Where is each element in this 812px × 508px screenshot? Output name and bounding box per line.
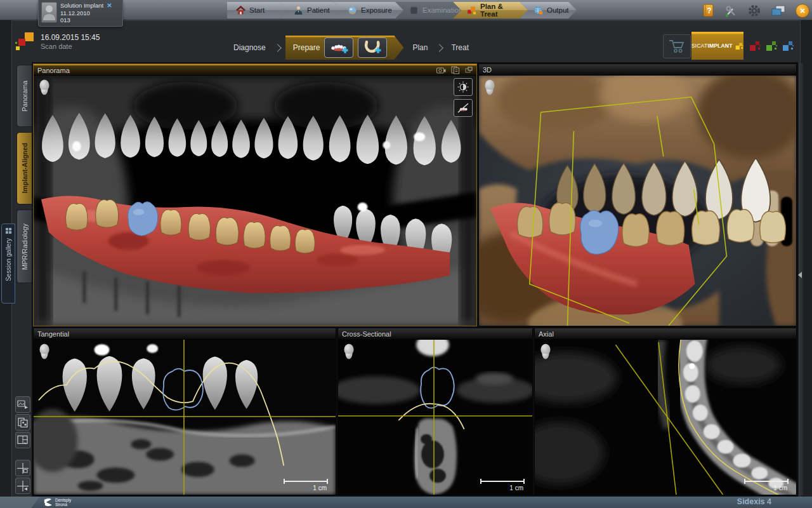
close-icon[interactable]: ✕ [796, 4, 809, 18]
sicat-logo [15, 30, 38, 55]
patient-name: Solution Implant [60, 2, 103, 10]
teeth-plus-icon [329, 40, 349, 55]
step-diagnose[interactable]: Diagnose [227, 43, 272, 52]
scale-label: 1 cm [509, 485, 523, 491]
phase-navigation: Start Patient Exposure Examination Plan … [227, 2, 577, 18]
center-crosshair-button[interactable] [15, 460, 30, 476]
phase-tab-start[interactable]: Start [227, 2, 288, 18]
settings-gear-icon[interactable] [747, 4, 761, 18]
phase-tab-output[interactable]: Output [520, 2, 577, 18]
product-name: Sidexis 4 [737, 497, 771, 506]
help-icon[interactable]: ? [703, 4, 714, 18]
workflow-steps: Diagnose Prepare Plan Treat [227, 36, 475, 60]
scale-bar [284, 481, 328, 482]
axial-view-header[interactable]: Axial [535, 328, 796, 340]
sicat-product-label: IMPLANT [707, 43, 732, 49]
sicat-implant-button[interactable]: SICATIMPLANT [691, 32, 743, 60]
jaw-plus-icon [362, 40, 383, 55]
brightness-icon [457, 81, 469, 93]
snapshot-icon[interactable] [436, 67, 446, 74]
sidebar-tab-mpr-radiology[interactable]: MPR/Radiology [16, 210, 32, 283]
layout-grid-button[interactable] [15, 432, 30, 448]
cross-sectional-view: Cross-Sectional 1 cm [337, 328, 533, 495]
output-icon [534, 6, 543, 15]
tools-icon[interactable] [724, 4, 738, 18]
statusbar-wedge [0, 497, 39, 508]
copy-view-button[interactable] [15, 414, 30, 431]
scan-datetime: 16.09.2015 15:45 [41, 33, 100, 42]
collapse-panel-arrow-icon[interactable] [798, 272, 802, 278]
3d-view-header[interactable]: 3D [479, 64, 796, 76]
tangential-view-title: Tangential [37, 330, 69, 338]
cross-sectional-image[interactable]: 1 cm [338, 340, 532, 495]
head-orientation-icon[interactable] [483, 79, 496, 96]
sidebar-tab-panorama[interactable]: Panorama [16, 65, 32, 127]
scale-bar [480, 481, 525, 482]
patient-card[interactable]: Solution Implant ✕ 11.12.2010 013 [38, 0, 123, 27]
3d-view-title: 3D [483, 66, 492, 74]
head-orientation-icon[interactable] [38, 344, 51, 360]
screens-icon[interactable] [771, 4, 786, 18]
tangential-view: Tangential [33, 328, 336, 495]
axial-view-title: Axial [539, 330, 554, 338]
hide-objects-button[interactable] [454, 99, 473, 117]
session-gallery-icon [5, 227, 12, 234]
add-jaw-button[interactable] [358, 37, 387, 58]
close-patient-icon[interactable]: ✕ [107, 2, 112, 10]
session-gallery-tab[interactable]: Session gallery [1, 224, 15, 304]
phase-tab-patient[interactable]: Patient [280, 2, 342, 18]
implants-blue-button[interactable] [782, 39, 794, 52]
step-prepare-label: Prepare [293, 43, 320, 52]
panel-scrollbar[interactable] [798, 64, 803, 495]
panorama-view: Panorama [33, 64, 477, 326]
dentsply-sirona-logo: Dentsply Sirona [43, 498, 71, 507]
cross-sectional-view-title: Cross-Sectional [342, 330, 391, 338]
phase-tab-examination[interactable]: Examination [395, 2, 461, 18]
sidexis-window: Solution Implant ✕ 11.12.2010 013 Start … [0, 0, 812, 508]
head-orientation-icon[interactable] [38, 79, 51, 96]
copy-view-icon [17, 417, 29, 428]
scale-label: 1 cm [313, 485, 327, 491]
brightness-contrast-button[interactable] [454, 78, 473, 96]
jump-crosshair-button[interactable] [15, 478, 30, 494]
head-orientation-icon[interactable] [539, 344, 552, 360]
patient-dob: 11.12.2010 [60, 10, 112, 17]
step-plan[interactable]: Plan [406, 43, 434, 52]
copy-content-icon[interactable] [451, 66, 460, 74]
panorama-view-header[interactable]: Panorama [34, 64, 476, 76]
patient-avatar [41, 2, 57, 23]
dentsply-sirona-mark [43, 498, 53, 507]
plan-treat-icon [467, 6, 476, 15]
head-orientation-icon[interactable] [343, 344, 355, 360]
scan-info: 16.09.2015 15:45 Scan date [41, 33, 100, 50]
chevron-separator-icon [273, 44, 282, 52]
implants-red-button[interactable] [749, 39, 761, 52]
cross-sectional-view-header[interactable]: Cross-Sectional [338, 328, 532, 340]
shop-cart-button[interactable] [663, 34, 691, 58]
undock-icon[interactable] [465, 67, 473, 74]
export-image-icon [17, 399, 29, 410]
patient-icon [294, 6, 303, 15]
window-icons: ? ✕ [703, 3, 809, 19]
examination-icon [409, 6, 419, 15]
step-treat[interactable]: Treat [445, 43, 475, 52]
tangential-view-header[interactable]: Tangential [34, 328, 336, 340]
step-prepare[interactable]: Prepare [285, 36, 404, 60]
hide-objects-icon [457, 102, 469, 114]
panorama-image[interactable] [34, 76, 476, 326]
jump-crosshair-icon [17, 481, 29, 491]
add-optical-scan-button[interactable] [324, 37, 353, 58]
axial-image[interactable]: 1 cm [535, 340, 796, 495]
axial-view: Axial [534, 328, 797, 495]
3d-image[interactable] [479, 76, 796, 326]
phase-tab-exposure[interactable]: Exposure [334, 2, 403, 18]
cart-icon [668, 38, 686, 55]
tangential-image[interactable]: 1 cm [34, 340, 336, 495]
phase-tab-plan-treat[interactable]: Plan & Treat [453, 2, 528, 18]
exposure-icon [348, 6, 357, 15]
statusbar: Dentsply Sirona Sidexis 4 [0, 497, 812, 508]
export-image-button[interactable] [15, 396, 30, 413]
sidebar-tab-implant-aligned[interactable]: Implant-Aligned [16, 132, 32, 204]
implants-green-button[interactable] [765, 39, 778, 52]
squares-yellow-icon [735, 41, 743, 51]
